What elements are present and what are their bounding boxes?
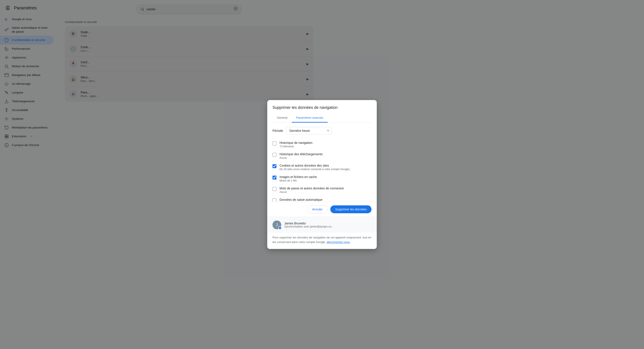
checkbox-historique-navigation-subtitle: 73 éléments — [280, 145, 322, 148]
modal-overlay: Supprimer les données de navigation Géné… — [0, 0, 322, 174]
period-row: Période Dernière heure Les dernières 24 … — [272, 127, 322, 134]
checkbox-historique-navigation-title: Historique de navigation — [280, 141, 322, 144]
tab-general[interactable]: Général — [272, 113, 292, 123]
checkbox-images-cache: Images et fichiers en cache Moins de 1 M… — [272, 173, 322, 174]
dialog-header: Supprimer les données de navigation Géné… — [267, 100, 322, 123]
checkbox-cookies: Cookies et autres données des sites De 2… — [272, 162, 322, 173]
dialog-body: Période Dernière heure Les dernières 24 … — [267, 123, 322, 174]
checkbox-historique-navigation-content: Historique de navigation 73 éléments — [280, 141, 322, 148]
checkbox-historique-telechargements-content: Historique des téléchargements Aucun — [280, 152, 322, 159]
checkbox-historique-navigation: Historique de navigation 73 éléments — [272, 139, 322, 150]
dialog: Supprimer les données de navigation Géné… — [267, 100, 322, 174]
dialog-tabs: Général Paramètres avancés — [272, 113, 322, 123]
tab-parametres-avances[interactable]: Paramètres avancés — [292, 113, 322, 123]
checkbox-historique-navigation-input[interactable] — [272, 141, 276, 145]
period-select[interactable]: Dernière heure Les dernières 24 heures L… — [286, 127, 322, 134]
checkbox-historique-telechargements-title: Historique des téléchargements — [280, 152, 322, 156]
checkbox-cookies-input[interactable] — [272, 164, 276, 168]
dialog-title: Supprimer les données de navigation — [272, 105, 322, 110]
checkbox-cookies-content: Cookies et autres données des sites De 2… — [280, 164, 322, 171]
checkbox-historique-telechargements: Historique des téléchargements Aucun — [272, 150, 322, 162]
checkbox-cookies-subtitle: De 20 sites (vous resterez connecté à vo… — [280, 168, 322, 171]
checkbox-cookies-title: Cookies et autres données des sites — [280, 164, 322, 167]
period-label: Période — [272, 129, 283, 132]
checkbox-historique-telechargements-input[interactable] — [272, 153, 276, 157]
checkbox-historique-telechargements-subtitle: Aucun — [280, 156, 322, 159]
